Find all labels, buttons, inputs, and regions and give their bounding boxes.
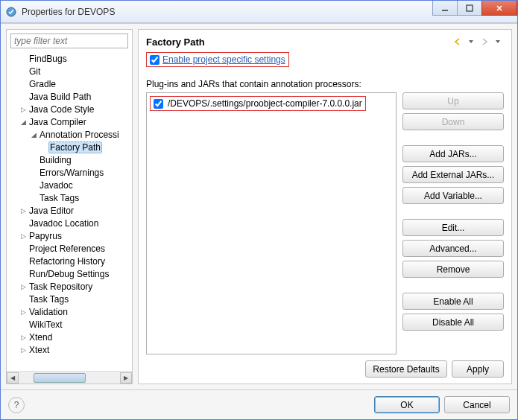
maximize-button[interactable] <box>457 1 482 16</box>
back-menu-icon[interactable] <box>465 36 477 48</box>
tree-item[interactable]: Java Build Path <box>7 90 132 103</box>
tree-item-label: Javadoc Location <box>28 218 100 229</box>
tree-item-label: Papyrus <box>28 231 63 241</box>
close-button[interactable] <box>481 1 517 16</box>
tree-item-label: Validation <box>28 307 69 317</box>
tree-item-label: Java Code Style <box>28 104 95 115</box>
tree-item[interactable]: ▷Xtend <box>7 331 132 343</box>
svg-rect-2 <box>467 5 473 11</box>
collapsed-icon[interactable]: ▷ <box>19 346 28 354</box>
tree-item[interactable]: Factory Path <box>7 141 132 153</box>
list-item[interactable]: /DEVOPS/.settings/proobject-compiler-7.0… <box>150 96 366 111</box>
cancel-button[interactable]: Cancel <box>444 396 510 413</box>
tree-item-label: Task Tags <box>38 193 80 203</box>
tree-item[interactable]: Building <box>7 153 132 166</box>
tree-item-label: Refactoring History <box>28 256 107 267</box>
properties-tree[interactable]: FindBugsGitGradleJava Build Path▷Java Co… <box>7 52 132 371</box>
tree-item[interactable]: Task Tags <box>7 293 132 305</box>
list-item-checkbox[interactable] <box>154 99 163 109</box>
collapsed-icon[interactable]: ▷ <box>19 283 28 290</box>
tree-item[interactable]: ▷Task Repository <box>7 280 132 293</box>
help-icon[interactable]: ? <box>8 397 25 413</box>
page-title: Factory Path <box>146 36 452 48</box>
tree-item[interactable]: ▷Validation <box>7 305 132 318</box>
down-button[interactable]: Down <box>402 113 504 130</box>
left-panel: FindBugsGitGradleJava Build Path▷Java Co… <box>6 29 133 384</box>
tree-item-label: Annotation Processi <box>38 130 121 140</box>
bottom-bar: ? OK Cancel <box>1 389 517 419</box>
tree-item-label: Run/Debug Settings <box>28 269 110 279</box>
tree-item[interactable]: ◢Annotation Processi <box>7 128 132 141</box>
enable-project-specific-checkbox[interactable] <box>150 55 159 65</box>
advanced-button[interactable]: Advanced... <box>402 240 504 257</box>
restore-defaults-button[interactable]: Restore Defaults <box>365 360 447 378</box>
app-icon <box>5 6 17 18</box>
collapsed-icon[interactable]: ▷ <box>19 334 28 341</box>
tree-item-label: Errors/Warnings <box>38 168 105 178</box>
tree-item-label: Java Editor <box>28 206 75 216</box>
scroll-right-button[interactable]: ▶ <box>120 372 132 384</box>
tree-item-label: Javadoc <box>38 180 75 191</box>
tree-item[interactable]: FindBugs <box>7 52 132 65</box>
filter-input[interactable] <box>10 34 128 48</box>
expanded-icon[interactable]: ◢ <box>19 118 28 126</box>
scroll-left-button[interactable]: ◀ <box>7 372 19 384</box>
enable-project-specific-link[interactable]: Enable project specific settings <box>162 54 285 65</box>
expanded-icon[interactable]: ◢ <box>29 131 38 139</box>
minimize-button[interactable] <box>432 1 458 16</box>
titlebar[interactable]: Properties for DEVOPS <box>1 1 517 23</box>
tree-item-label: Gradle <box>28 79 57 89</box>
tree-item-label: Project References <box>28 244 107 254</box>
scroll-thumb[interactable] <box>34 373 86 383</box>
collapsed-icon[interactable]: ▷ <box>19 232 28 240</box>
tree-item-label: Git <box>28 66 42 77</box>
enable-all-button[interactable]: Enable All <box>402 293 504 310</box>
tree-item[interactable]: Project References <box>7 242 132 255</box>
tree-horizontal-scrollbar[interactable]: ◀ ▶ <box>7 371 132 384</box>
tree-item-label: Java Compiler <box>28 117 88 127</box>
window-title: Properties for DEVOPS <box>22 7 433 17</box>
tree-item[interactable]: Run/Debug Settings <box>7 267 132 280</box>
tree-item-label: Java Build Path <box>28 92 92 102</box>
collapsed-icon[interactable]: ▷ <box>19 308 28 316</box>
add-jars-button[interactable]: Add JARs... <box>402 145 504 162</box>
tree-item-label: Task Tags <box>28 294 70 305</box>
disable-all-button[interactable]: Disable All <box>402 314 504 331</box>
forward-menu-icon[interactable] <box>492 36 504 48</box>
tree-item-label: Factory Path <box>48 141 102 153</box>
back-icon[interactable] <box>452 36 464 48</box>
properties-dialog: Properties for DEVOPS FindBugsGitGradleJ… <box>0 0 518 420</box>
apply-button[interactable]: Apply <box>452 360 504 378</box>
tree-item[interactable]: Refactoring History <box>7 255 132 267</box>
tree-item[interactable]: Javadoc <box>7 179 132 191</box>
tree-item-label: Building <box>38 155 73 165</box>
list-item-label: /DEVOPS/.settings/proobject-compiler-7.0… <box>168 98 362 109</box>
tree-item[interactable]: ▷Java Code Style <box>7 103 132 115</box>
remove-button[interactable]: Remove <box>402 261 504 278</box>
processor-list[interactable]: /DEVOPS/.settings/proobject-compiler-7.0… <box>146 92 397 354</box>
tree-item[interactable]: Javadoc Location <box>7 217 132 229</box>
tree-item[interactable]: ▷Java Editor <box>7 204 132 217</box>
add-external-jars-button[interactable]: Add External JARs... <box>402 166 504 183</box>
up-button[interactable]: Up <box>402 92 504 109</box>
right-panel: Factory Path Enable project specific set… <box>138 29 512 384</box>
list-label: Plug-ins and JARs that contain annotatio… <box>146 79 504 89</box>
tree-item[interactable]: ▷Papyrus <box>7 229 132 242</box>
tree-item[interactable]: WikiText <box>7 318 132 331</box>
edit-button[interactable]: Edit... <box>402 219 504 236</box>
tree-item[interactable]: Gradle <box>7 77 132 90</box>
tree-item-label: FindBugs <box>28 54 69 64</box>
tree-item-label: Xtext <box>28 345 51 355</box>
tree-item[interactable]: Git <box>7 65 132 77</box>
collapsed-icon[interactable]: ▷ <box>19 207 28 214</box>
tree-item[interactable]: ◢Java Compiler <box>7 115 132 128</box>
tree-item[interactable]: Task Tags <box>7 191 132 204</box>
tree-item-label: Task Repository <box>28 281 94 292</box>
collapsed-icon[interactable]: ▷ <box>19 106 28 113</box>
tree-item[interactable]: ▷Xtext <box>7 343 132 356</box>
ok-button[interactable]: OK <box>374 396 440 413</box>
add-variable-button[interactable]: Add Variable... <box>402 187 504 204</box>
tree-item-label: WikiText <box>28 319 64 330</box>
forward-icon[interactable] <box>478 36 490 48</box>
tree-item[interactable]: Errors/Warnings <box>7 166 132 179</box>
